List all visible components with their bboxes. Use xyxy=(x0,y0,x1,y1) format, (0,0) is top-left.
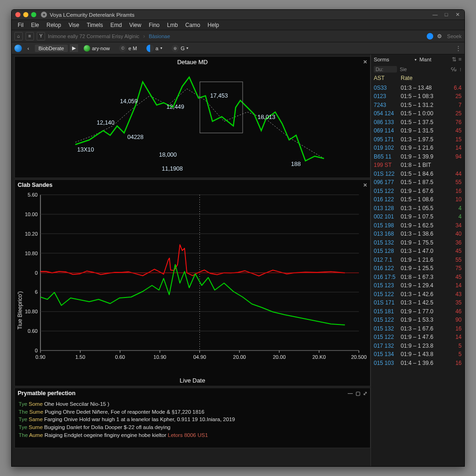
gear-icon[interactable]: ⚙ xyxy=(437,33,443,40)
filter-du[interactable]: Du: xyxy=(374,66,397,73)
menu-camo[interactable]: Camo xyxy=(182,21,204,29)
caret-icon: ▾ xyxy=(160,46,162,50)
caret-icon-2: ▾ xyxy=(186,46,188,50)
table-row[interactable]: 015 10301:4 – 1 39.616 xyxy=(371,359,464,368)
table-row[interactable]: 016 12201:5 – 1 08.610 xyxy=(371,195,464,204)
table-row[interactable]: 002 10101:9 – 1 07.54 xyxy=(371,212,464,221)
notification-dot-icon[interactable] xyxy=(427,33,433,40)
home-button[interactable]: ⌂ xyxy=(14,32,23,40)
svg-text:20.00: 20.00 xyxy=(273,354,286,360)
sort-icon[interactable]: ⇅ xyxy=(452,56,456,63)
table-row[interactable]: 015 13201:3 – 1 67.616 xyxy=(371,324,464,333)
table-row[interactable]: 01S 17101:3 – 1 42.535 xyxy=(371,298,464,307)
play-icon[interactable]: ▶ xyxy=(70,44,78,52)
menu-relop[interactable]: Relop xyxy=(43,21,64,29)
menu-emd[interactable]: Emd xyxy=(107,21,125,29)
table-row[interactable]: 015 12301:9 – 1 29.414 xyxy=(371,281,464,290)
table-row[interactable]: 016 12201:9 – 1 25.575 xyxy=(371,264,464,273)
breadcrumb-link[interactable]: Bàsionae xyxy=(149,33,170,39)
menu-help[interactable]: Help xyxy=(205,21,223,29)
menu-vise[interactable]: Vise xyxy=(65,21,82,29)
sparkline-chart[interactable]: 12,14013X1014,0590422818,00012,44911,190… xyxy=(15,66,370,178)
panel-close-icon[interactable]: ✕ xyxy=(363,59,367,65)
table-row[interactable]: 199 ST01:8 – 1 BIT xyxy=(371,161,464,170)
hdr-ast[interactable]: AST xyxy=(374,75,401,81)
table-row[interactable]: 015 12201:9 – 1 47.614 xyxy=(371,333,464,342)
half-circle-icon xyxy=(146,45,154,52)
table-row[interactable]: 069 11401:9 – 1 31.545 xyxy=(371,126,464,135)
panel-expand-icon[interactable]: ⤢ xyxy=(363,390,367,397)
kebab-icon[interactable]: ⋮ xyxy=(455,45,462,52)
filter-button[interactable]: Y xyxy=(37,32,45,40)
grid-col2-header[interactable]: Mant xyxy=(419,57,449,62)
table-row[interactable]: 095 17101:3 – 1.97.515 xyxy=(371,135,464,144)
tab-a[interactable]: a ▾ xyxy=(143,44,166,53)
svg-text:6: 6 xyxy=(35,289,38,295)
back-button[interactable]: ‹ xyxy=(24,45,33,52)
table-row[interactable]: 015 18101:9 – 1 77.046 xyxy=(371,307,464,316)
svg-text:20.00: 20.00 xyxy=(233,354,246,360)
tab-biobderate[interactable]: BiobDerate xyxy=(35,45,68,52)
zoom-icon[interactable] xyxy=(31,12,36,17)
log-body[interactable]: Tye Some Ohe Hove Seccilar Nio-15 )The S… xyxy=(15,398,370,441)
menu-lmb[interactable]: Lmb xyxy=(164,21,181,29)
filter-unit-icon[interactable]: ℆ xyxy=(451,66,456,72)
table-row[interactable]: 019 10201:9 – 1 21.614 xyxy=(371,144,464,152)
table-row[interactable]: 013 16801:3 – 1 38.640 xyxy=(371,230,464,238)
panel-min-icon[interactable]: — xyxy=(348,390,353,397)
tab-arynow[interactable]: ary·now xyxy=(80,44,114,53)
caret-down-icon[interactable]: ▾ xyxy=(415,58,416,62)
annotation: 13X10 xyxy=(77,146,94,153)
menu-fil[interactable]: Fil xyxy=(14,21,27,29)
table-row[interactable]: 015 12201:9 – 1 67.616 xyxy=(371,187,464,196)
grid-body[interactable]: 0S3301:3 – 13.486.4012301:5 – 1 08:32572… xyxy=(371,83,464,467)
table-row[interactable]: 015 13201:9 – 1 75.536 xyxy=(371,238,464,247)
window-title: Voya LCemurity Deterelank Piramts xyxy=(50,12,134,18)
table-row[interactable]: 015 12801:3 – 1 47.045 xyxy=(371,247,464,256)
table-row[interactable]: 015 19801:9 – 1 62.534 xyxy=(371,221,464,230)
min-button[interactable]: — xyxy=(432,12,438,18)
list-button[interactable]: ≡ xyxy=(26,32,34,40)
grid-col1-header[interactable]: Sorms xyxy=(374,57,412,62)
svg-text:10.90: 10.90 xyxy=(153,354,166,360)
main-chart[interactable]: Tiue Bleeprico') 5.6010.0010.2010.800610… xyxy=(15,190,370,386)
log-line: The Sume Puging Ohre Dedet Niñere, Foe o… xyxy=(19,408,366,416)
menu-timels[interactable]: Timels xyxy=(84,21,106,29)
menu-ele[interactable]: Ele xyxy=(28,21,42,29)
close-icon[interactable] xyxy=(15,12,20,17)
globe-icon[interactable] xyxy=(14,45,22,52)
table-row[interactable]: 054 12401:5 – 1 0:0025 xyxy=(371,109,464,118)
tab-em[interactable]: © e M xyxy=(115,44,140,53)
close-button[interactable]: ✕ xyxy=(454,12,461,18)
table-row[interactable]: B65 1101:9 – 1 39.994 xyxy=(371,152,464,161)
table-row[interactable]: 015 13401:9 – 1 43.85 xyxy=(371,350,464,359)
window-controls: — □ ✕ xyxy=(432,12,461,18)
menu-fino[interactable]: Fino xyxy=(145,21,163,29)
filter-extra-icon[interactable]: ⫶ xyxy=(459,66,462,72)
table-row[interactable]: 015 12201:9 – 1 53.390 xyxy=(371,316,464,324)
log-title: Prymatble perfection xyxy=(18,390,75,397)
table-row[interactable]: 0S3301:3 – 13.486.4 xyxy=(371,84,464,93)
table-row[interactable]: 017 13201:9 – 1 23.85 xyxy=(371,342,464,350)
panel-pop-icon[interactable]: ▢ xyxy=(356,390,360,397)
panel-close-icon-2[interactable]: ✕ xyxy=(363,182,367,188)
table-row[interactable]: 016 17:501:8 – 1 67.345 xyxy=(371,273,464,282)
table-row[interactable]: 096 17701:5 – 1 87.555 xyxy=(371,178,464,187)
table-row[interactable]: 015 12201:3 – 1 42.643 xyxy=(371,290,464,299)
table-row[interactable]: 012301:5 – 1 08:325 xyxy=(371,92,464,101)
svg-text:20.500: 20.500 xyxy=(351,354,367,360)
minimize-icon[interactable] xyxy=(23,12,28,17)
table-row[interactable]: 013 12801:3 – 1 05.54 xyxy=(371,204,464,213)
table-row[interactable]: 01S 12201:5 – 1 84.644 xyxy=(371,170,464,178)
tab-g[interactable]: ⊕ G ▾ xyxy=(168,44,192,53)
titlebar[interactable]: ✦ Voya LCemurity Deterelank Piramts — □ … xyxy=(12,10,464,20)
filter-sie[interactable]: Sie xyxy=(400,66,407,72)
menu-icon[interactable]: ≡ xyxy=(458,56,462,63)
table-row[interactable]: 012 7.101:9 – 1 21.655 xyxy=(371,256,464,264)
search-label[interactable]: Seoek xyxy=(447,33,462,39)
table-row[interactable]: 086 13301:5 – 1 37.576 xyxy=(371,118,464,127)
max-button[interactable]: □ xyxy=(443,12,450,18)
hdr-rate[interactable]: Rate xyxy=(401,75,451,81)
table-row[interactable]: 724301:5 – 1 31.27 xyxy=(371,101,464,110)
menu-view[interactable]: View xyxy=(126,21,145,29)
